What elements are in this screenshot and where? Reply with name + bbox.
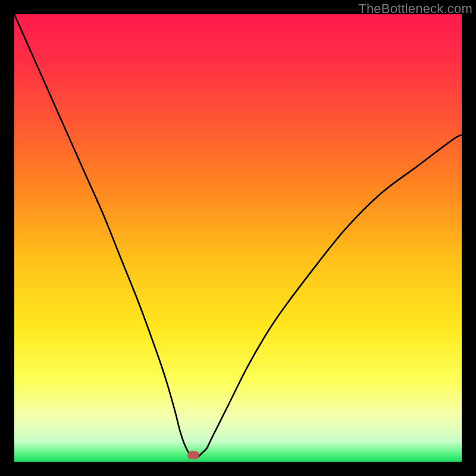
outer-frame: TheBottleneck.com	[0, 0, 476, 476]
bottleneck-curve	[14, 14, 462, 462]
optimal-marker	[187, 451, 199, 459]
curve-path	[14, 14, 462, 458]
chart-area	[14, 14, 462, 462]
